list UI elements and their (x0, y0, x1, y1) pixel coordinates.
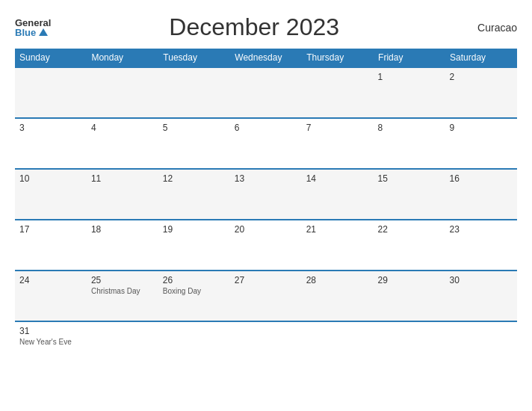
calendar-cell: 2 (445, 67, 517, 118)
calendar-cell: 31New Year's Eve (15, 321, 87, 372)
calendar-cell: 17 (15, 220, 87, 271)
day-number: 22 (378, 224, 441, 235)
day-number: 6 (235, 123, 297, 133)
calendar-cell: 25Christmas Day (87, 271, 158, 321)
day-number: 15 (378, 173, 441, 184)
day-number: 21 (306, 224, 369, 235)
calendar-week-row: 17181920212223 (15, 220, 517, 271)
col-wednesday: Wednesday (230, 49, 302, 67)
calendar-cell: 20 (230, 220, 302, 271)
calendar-cell: 1 (374, 67, 445, 118)
calendar-cell (302, 321, 374, 372)
calendar-cell: 16 (445, 169, 517, 220)
day-number: 13 (235, 173, 297, 184)
day-number: 27 (235, 275, 297, 285)
col-thursday: Thursday (302, 49, 374, 67)
calendar-cell (374, 321, 445, 372)
day-number: 8 (378, 123, 441, 133)
col-monday: Monday (87, 49, 158, 67)
day-number: 17 (19, 224, 82, 235)
calendar-cell (87, 67, 158, 118)
calendar-cell: 5 (158, 118, 230, 169)
day-number: 9 (450, 123, 513, 133)
col-saturday: Saturday (445, 49, 517, 67)
day-number: 24 (19, 275, 82, 285)
calendar-cell: 29 (374, 271, 445, 321)
calendar-cell: 24 (15, 271, 87, 321)
calendar-cell: 30 (445, 271, 517, 321)
day-number: 26 (163, 275, 226, 285)
calendar-cell: 23 (445, 220, 517, 271)
location-label: Curacao (457, 22, 517, 34)
day-number: 1 (378, 72, 441, 82)
day-number: 4 (91, 123, 154, 133)
day-number: 28 (306, 275, 369, 285)
calendar-cell: 12 (158, 169, 230, 220)
day-number: 7 (306, 123, 369, 133)
calendar-cell (158, 321, 230, 372)
calendar-cell: 10 (15, 169, 87, 220)
calendar-cell: 18 (87, 220, 158, 271)
calendar-week-row: 12 (15, 67, 517, 118)
day-number: 30 (450, 275, 513, 285)
calendar-cell (15, 67, 87, 118)
calendar-cell: 15 (374, 169, 445, 220)
holiday-label: Boxing Day (163, 287, 226, 295)
calendar-table: Sunday Monday Tuesday Wednesday Thursday… (15, 49, 517, 372)
calendar-cell: 21 (302, 220, 374, 271)
col-friday: Friday (374, 49, 445, 67)
calendar-week-row: 10111213141516 (15, 169, 517, 220)
day-number: 11 (91, 173, 154, 184)
col-tuesday: Tuesday (158, 49, 230, 67)
calendar-cell: 19 (158, 220, 230, 271)
calendar-cell: 4 (87, 118, 158, 169)
calendar-cell: 8 (374, 118, 445, 169)
day-number: 23 (450, 224, 513, 235)
day-number: 10 (19, 173, 82, 184)
calendar-page: General Blue December 2023 Curacao Sunda… (0, 0, 532, 411)
holiday-label: New Year's Eve (19, 338, 82, 346)
calendar-cell: 6 (230, 118, 302, 169)
logo: General Blue (15, 18, 51, 37)
calendar-cell (158, 67, 230, 118)
day-number: 16 (450, 173, 513, 184)
calendar-week-row: 31New Year's Eve (15, 321, 517, 372)
calendar-cell (445, 321, 517, 372)
holiday-label: Christmas Day (91, 287, 154, 295)
day-number: 12 (163, 173, 226, 184)
header: General Blue December 2023 Curacao (15, 13, 517, 41)
col-sunday: Sunday (15, 49, 87, 67)
calendar-week-row: 2425Christmas Day26Boxing Day27282930 (15, 271, 517, 321)
calendar-cell: 13 (230, 169, 302, 220)
calendar-cell (302, 67, 374, 118)
calendar-cell: 9 (445, 118, 517, 169)
calendar-cell: 11 (87, 169, 158, 220)
month-title: December 2023 (51, 13, 457, 41)
calendar-cell (87, 321, 158, 372)
calendar-week-row: 3456789 (15, 118, 517, 169)
calendar-cell: 26Boxing Day (158, 271, 230, 321)
day-number: 2 (450, 72, 513, 82)
day-number: 19 (163, 224, 226, 235)
calendar-cell: 7 (302, 118, 374, 169)
day-number: 5 (163, 123, 226, 133)
day-number: 29 (378, 275, 441, 285)
logo-triangle-icon (39, 28, 48, 36)
calendar-cell: 28 (302, 271, 374, 321)
calendar-cell: 14 (302, 169, 374, 220)
calendar-header-row: Sunday Monday Tuesday Wednesday Thursday… (15, 49, 517, 67)
calendar-cell: 22 (374, 220, 445, 271)
day-number: 18 (91, 224, 154, 235)
day-number: 3 (19, 123, 82, 133)
calendar-cell: 27 (230, 271, 302, 321)
logo-blue-row: Blue (15, 28, 48, 37)
logo-blue-text: Blue (15, 28, 36, 37)
day-number: 14 (306, 173, 369, 184)
logo-general-text: General (15, 18, 51, 28)
day-number: 20 (235, 224, 297, 235)
calendar-cell (230, 67, 302, 118)
day-number: 25 (91, 275, 154, 285)
day-number: 31 (19, 326, 82, 336)
calendar-cell: 3 (15, 118, 87, 169)
calendar-cell (230, 321, 302, 372)
